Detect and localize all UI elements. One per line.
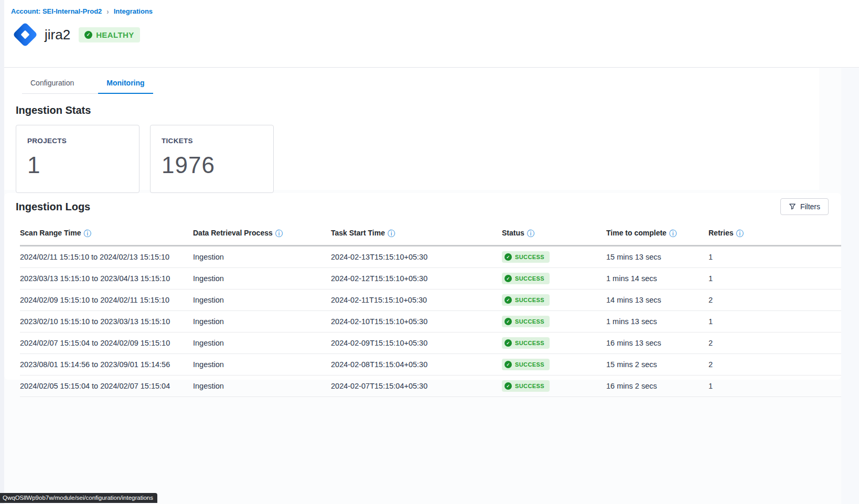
scan-range-cell: 2024/02/09 15:15:10 to 2024/02/11 15:15:…: [20, 289, 193, 311]
retries-cell: 2: [708, 289, 841, 311]
task-start-cell: 2024-02-07T15:15:04+05:30: [331, 376, 502, 397]
filters-button-label: Filters: [800, 202, 820, 211]
status-cell: ✓ SUCCESS: [502, 268, 606, 289]
integration-title-row: jira2 ✓ HEALTHY: [11, 20, 859, 49]
status-label: SUCCESS: [515, 383, 544, 389]
stat-value: 1976: [162, 152, 273, 178]
chevron-right-icon: ›: [106, 7, 109, 16]
info-icon[interactable]: ⓘ: [527, 229, 534, 238]
info-icon[interactable]: ⓘ: [736, 229, 743, 238]
task-start-cell: 2024-02-08T15:15:04+05:30: [331, 354, 502, 376]
column-header: Retriesⓘ: [708, 224, 841, 246]
process-cell: Ingestion: [193, 289, 331, 311]
table-header-row: Scan Range TimeⓘData Retrieval ProcessⓘT…: [20, 224, 841, 246]
retries-cell: 1: [708, 246, 841, 268]
stat-label: TICKETS: [162, 137, 273, 145]
retries-cell: 2: [708, 333, 841, 354]
check-circle-icon: ✓: [504, 275, 512, 282]
tab-monitoring[interactable]: Monitoring: [98, 72, 153, 94]
task-start-cell: 2024-02-13T15:15:10+05:30: [331, 246, 502, 268]
breadcrumb-account-link[interactable]: Account: SEI-Internal-Prod2: [11, 7, 102, 15]
process-cell: Ingestion: [193, 333, 331, 354]
ingestion-logs-table: Scan Range TimeⓘData Retrieval ProcessⓘT…: [20, 224, 841, 397]
scan-range-cell: 2024/02/05 15:15:04 to 2024/02/07 15:15:…: [20, 376, 193, 397]
scan-range-cell: 2024/02/11 15:15:10 to 2024/02/13 15:15:…: [20, 246, 193, 268]
breadcrumb-integrations-link[interactable]: Integrations: [114, 7, 153, 15]
column-header: Time to completeⓘ: [606, 224, 708, 246]
filters-button[interactable]: Filters: [780, 198, 829, 215]
retries-cell: 1: [708, 311, 841, 333]
status-badge-success: ✓ SUCCESS: [502, 359, 550, 370]
scan-range-cell: 2023/03/13 15:15:10 to 2023/04/13 15:15:…: [20, 268, 193, 289]
time-to-complete-cell: 16 mins 2 secs: [606, 376, 708, 397]
column-header: Scan Range Timeⓘ: [20, 224, 193, 246]
column-header: Task Start Timeⓘ: [331, 224, 502, 246]
status-label: SUCCESS: [515, 361, 544, 368]
info-icon[interactable]: ⓘ: [669, 229, 677, 238]
retries-cell: 1: [708, 268, 841, 289]
scan-range-cell: 2023/02/10 15:15:10 to 2023/03/13 15:15:…: [20, 311, 193, 333]
ingestion-logs-header: Ingestion Logs Filters: [4, 198, 841, 215]
sei-integration-monitoring-page: Account: SEI-Internal-Prod2 › Integratio…: [0, 0, 859, 504]
task-start-cell: 2024-02-11T15:15:10+05:30: [331, 289, 502, 311]
ingestion-logs-card: Ingestion Logs Filters Scan Range TimeⓘD…: [4, 193, 841, 380]
info-icon[interactable]: ⓘ: [388, 229, 395, 238]
page-header: Account: SEI-Internal-Prod2 › Integratio…: [0, 0, 859, 68]
table-row[interactable]: 2023/08/01 15:14:56 to 2023/09/01 15:14:…: [20, 354, 841, 376]
info-icon[interactable]: ⓘ: [275, 229, 283, 238]
table-row[interactable]: 2023/03/13 15:15:10 to 2023/04/13 15:15:…: [20, 268, 841, 289]
check-circle-icon: ✓: [504, 318, 512, 325]
table-row[interactable]: 2024/02/11 15:15:10 to 2024/02/13 15:15:…: [20, 246, 841, 268]
process-cell: Ingestion: [193, 354, 331, 376]
browser-status-url: QwqOSllWp9ob7w/module/sei/configuration/…: [0, 493, 157, 503]
status-badge-success: ✓ SUCCESS: [502, 273, 550, 284]
status-cell: ✓ SUCCESS: [502, 376, 606, 397]
table-row[interactable]: 2024/02/05 15:15:04 to 2024/02/07 15:15:…: [20, 376, 841, 397]
time-to-complete-cell: 16 mins 13 secs: [606, 333, 708, 354]
check-circle-icon: ✓: [84, 31, 92, 39]
page-title: jira2: [45, 27, 70, 43]
column-header: Statusⓘ: [502, 224, 606, 246]
retries-cell: 1: [708, 376, 841, 397]
status-label: SUCCESS: [515, 297, 544, 303]
monitoring-panel: Configuration Monitoring Ingestion Stats…: [4, 68, 819, 190]
tab-configuration[interactable]: Configuration: [22, 72, 82, 94]
stat-card-projects: PROJECTS 1: [16, 125, 139, 193]
health-status-label: HEALTHY: [96, 30, 134, 39]
task-start-cell: 2024-02-10T15:15:10+05:30: [331, 311, 502, 333]
task-start-cell: 2024-02-12T15:15:10+05:30: [331, 268, 502, 289]
column-header: Data Retrieval Processⓘ: [193, 224, 331, 246]
process-cell: Ingestion: [193, 246, 331, 268]
status-cell: ✓ SUCCESS: [502, 311, 606, 333]
ingestion-logs-title: Ingestion Logs: [16, 201, 90, 213]
status-label: SUCCESS: [515, 340, 544, 346]
page-right-gutter: [841, 68, 859, 504]
status-badge-success: ✓ SUCCESS: [502, 337, 550, 349]
status-badge-success: ✓ SUCCESS: [502, 251, 550, 263]
table-row[interactable]: 2024/02/07 15:15:04 to 2024/02/09 15:15:…: [20, 333, 841, 354]
status-badge-success: ✓ SUCCESS: [502, 294, 550, 306]
task-start-cell: 2024-02-09T15:15:10+05:30: [331, 333, 502, 354]
status-badge-success: ✓ SUCCESS: [502, 316, 550, 327]
status-badge-success: ✓ SUCCESS: [502, 380, 550, 392]
ingestion-stats-title: Ingestion Stats: [16, 104, 819, 116]
page-left-gutter: [0, 0, 4, 504]
retries-cell: 2: [708, 354, 841, 376]
tab-bar: Configuration Monitoring: [22, 72, 153, 94]
stat-label: PROJECTS: [27, 137, 139, 145]
table-row[interactable]: 2023/02/10 15:15:10 to 2023/03/13 15:15:…: [20, 311, 841, 333]
status-label: SUCCESS: [515, 275, 544, 282]
breadcrumb: Account: SEI-Internal-Prod2 › Integratio…: [11, 7, 859, 15]
status-label: SUCCESS: [515, 318, 544, 325]
check-circle-icon: ✓: [504, 361, 512, 368]
process-cell: Ingestion: [193, 311, 331, 333]
status-badge-healthy: ✓ HEALTHY: [79, 27, 140, 42]
info-icon[interactable]: ⓘ: [83, 229, 91, 238]
process-cell: Ingestion: [193, 376, 331, 397]
status-label: SUCCESS: [515, 254, 544, 260]
status-cell: ✓ SUCCESS: [502, 289, 606, 311]
stat-card-tickets: TICKETS 1976: [150, 125, 274, 193]
table-row[interactable]: 2024/02/09 15:15:10 to 2024/02/11 15:15:…: [20, 289, 841, 311]
check-circle-icon: ✓: [504, 382, 512, 390]
check-circle-icon: ✓: [504, 253, 512, 261]
